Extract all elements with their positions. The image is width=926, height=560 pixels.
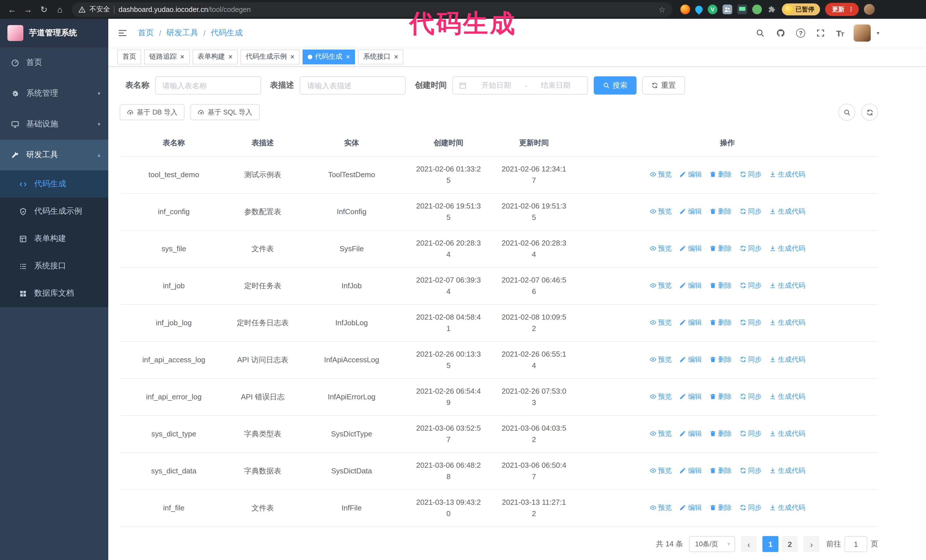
preview-link[interactable]: 预览: [650, 465, 672, 476]
preview-link[interactable]: 预览: [650, 502, 672, 513]
sync-link[interactable]: 同步: [739, 428, 762, 439]
security-label[interactable]: 不安全: [89, 5, 110, 14]
reload-button[interactable]: ↻: [36, 2, 51, 17]
delete-link[interactable]: 删除: [710, 428, 732, 439]
edit-link[interactable]: 编辑: [679, 465, 702, 476]
delete-link[interactable]: 删除: [710, 502, 732, 513]
generate-code-link[interactable]: 生成代码: [770, 169, 805, 180]
edit-link[interactable]: 编辑: [679, 280, 702, 291]
sync-link[interactable]: 同步: [739, 206, 762, 217]
generate-code-link[interactable]: 生成代码: [770, 391, 805, 402]
preview-link[interactable]: 预览: [650, 428, 672, 439]
generate-code-link[interactable]: 生成代码: [770, 206, 805, 217]
page-size-select[interactable]: 10条/页 ▾: [689, 536, 735, 552]
preview-link[interactable]: 预览: [650, 280, 672, 291]
extension-icon[interactable]: [680, 5, 690, 14]
breadcrumb-item[interactable]: 首页: [138, 28, 154, 38]
chevron-down-icon[interactable]: ▾: [877, 30, 879, 36]
goto-page-input[interactable]: [844, 536, 867, 552]
sidebar-item-code-generation[interactable]: 代码生成: [0, 171, 108, 198]
sync-link[interactable]: 同步: [739, 354, 762, 365]
reset-button[interactable]: 重置: [642, 76, 685, 95]
import-db-button[interactable]: 基于 DB 导入: [120, 104, 185, 120]
toggle-search-button[interactable]: [838, 104, 855, 121]
create-time-range-picker[interactable]: 开始日期 - 结束日期: [452, 76, 588, 95]
extension-icon[interactable]: [694, 4, 704, 15]
fullscreen-icon[interactable]: [816, 28, 826, 38]
sidebar-item-code-generation-example[interactable]: 代码生成示例: [0, 198, 108, 225]
font-size-icon[interactable]: TT: [836, 28, 844, 38]
sidebar-item-system-management[interactable]: 系统管理 ▾: [0, 78, 108, 109]
tab-代码生成[interactable]: 代码生成×: [303, 49, 355, 64]
browser-profile-avatar[interactable]: [864, 4, 875, 15]
edit-link[interactable]: 编辑: [679, 502, 702, 513]
page-number-button[interactable]: 1: [763, 536, 778, 552]
preview-link[interactable]: 预览: [650, 169, 672, 180]
page-number-button[interactable]: 2: [782, 536, 798, 552]
app-logo[interactable]: 芋道管理系统: [0, 19, 108, 47]
tab-链路追踪[interactable]: 链路追踪×: [144, 49, 189, 64]
preview-link[interactable]: 预览: [650, 317, 672, 328]
refresh-table-button[interactable]: [861, 104, 878, 121]
extensions-menu-icon[interactable]: [767, 5, 777, 14]
url-text[interactable]: dashboard.yudao.iocoder.cn/tool/codegen: [118, 5, 654, 14]
close-icon[interactable]: ×: [394, 53, 398, 60]
sync-link[interactable]: 同步: [739, 465, 762, 476]
sidebar-item-database-doc[interactable]: 数据库文档: [0, 280, 108, 307]
delete-link[interactable]: 删除: [710, 169, 732, 180]
tab-首页[interactable]: 首页: [117, 49, 141, 64]
help-icon[interactable]: ?: [796, 29, 805, 38]
back-button[interactable]: ←: [5, 2, 20, 17]
generate-code-link[interactable]: 生成代码: [770, 465, 805, 476]
tab-代码生成示例[interactable]: 代码生成示例×: [241, 49, 300, 64]
next-page-button[interactable]: ›: [803, 536, 819, 552]
search-icon[interactable]: [755, 28, 765, 38]
delete-link[interactable]: 删除: [710, 317, 732, 328]
import-sql-button[interactable]: 基于 SQL 导入: [191, 104, 260, 120]
edit-link[interactable]: 编辑: [679, 243, 702, 254]
generate-code-link[interactable]: 生成代码: [770, 243, 805, 254]
edit-link[interactable]: 编辑: [679, 206, 702, 217]
tab-表单构建[interactable]: 表单构建×: [192, 49, 238, 64]
extension-icon[interactable]: [723, 5, 732, 14]
edit-link[interactable]: 编辑: [679, 317, 702, 328]
close-icon[interactable]: ×: [346, 53, 350, 60]
bookmark-star-icon[interactable]: ☆: [658, 5, 666, 14]
delete-link[interactable]: 删除: [710, 354, 732, 365]
table-desc-input[interactable]: [300, 76, 406, 95]
close-icon[interactable]: ×: [290, 53, 294, 60]
start-date-placeholder[interactable]: 开始日期: [470, 80, 522, 91]
sync-link[interactable]: 同步: [739, 243, 762, 254]
address-bar[interactable]: 不安全 dashboard.yudao.iocoder.cn/tool/code…: [72, 2, 672, 17]
preview-link[interactable]: 预览: [650, 206, 672, 217]
generate-code-link[interactable]: 生成代码: [770, 428, 805, 439]
delete-link[interactable]: 删除: [710, 243, 732, 254]
preview-link[interactable]: 预览: [650, 243, 672, 254]
breadcrumb-item[interactable]: 研发工具: [166, 28, 198, 38]
vue-devtools-icon[interactable]: V: [708, 5, 717, 14]
prev-page-button[interactable]: ‹: [741, 536, 757, 552]
generate-code-link[interactable]: 生成代码: [770, 280, 805, 291]
tab-系统接口[interactable]: 系统接口×: [358, 49, 404, 64]
sidebar-item-dev-tools[interactable]: 研发工具 ▴: [0, 140, 108, 171]
generate-code-link[interactable]: 生成代码: [770, 502, 805, 513]
sync-link[interactable]: 同步: [739, 391, 762, 402]
delete-link[interactable]: 删除: [710, 391, 732, 402]
delete-link[interactable]: 删除: [710, 206, 732, 217]
delete-link[interactable]: 删除: [710, 465, 732, 476]
sidebar-item-infrastructure[interactable]: 基础设施 ▾: [0, 109, 108, 140]
end-date-placeholder[interactable]: 结束日期: [530, 80, 582, 91]
edit-link[interactable]: 编辑: [679, 354, 702, 365]
forward-button[interactable]: →: [21, 2, 35, 17]
preview-link[interactable]: 预览: [650, 391, 672, 402]
sidebar-toggle[interactable]: [117, 27, 129, 39]
close-icon[interactable]: ×: [180, 53, 185, 60]
edit-link[interactable]: 编辑: [679, 391, 702, 402]
edit-link[interactable]: 编辑: [679, 428, 702, 439]
generate-code-link[interactable]: 生成代码: [770, 317, 805, 328]
generate-code-link[interactable]: 生成代码: [770, 354, 805, 365]
sidebar-item-home[interactable]: 首页: [0, 47, 108, 78]
sync-link[interactable]: 同步: [739, 169, 762, 180]
browser-home-button[interactable]: ⌂: [53, 2, 67, 17]
update-button[interactable]: 更新 ⋮: [825, 3, 859, 16]
